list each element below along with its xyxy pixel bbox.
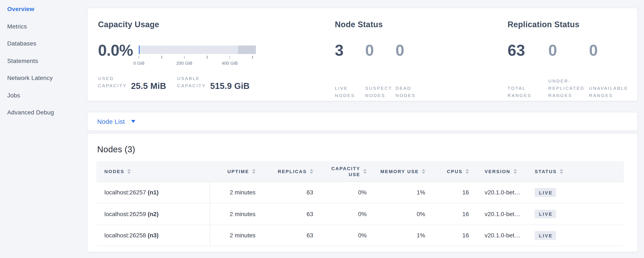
uptime-cell: 2 minutes: [210, 225, 260, 246]
cpus-cell: 16: [430, 203, 473, 225]
column-label: CPUS: [447, 169, 462, 174]
capacity-use-cell: 0%: [317, 225, 370, 246]
sidebar-item[interactable]: Metrics: [0, 18, 85, 35]
column-label: STATUS: [535, 169, 557, 174]
gauge-tick-label: 0 GiB: [133, 60, 144, 66]
capacity-use-cell: 0%: [317, 182, 370, 203]
column-label: REPLICAS: [278, 169, 307, 174]
sidebar-item[interactable]: Databases: [0, 35, 85, 52]
status-cell: LIVE: [529, 225, 624, 246]
status-badge: LIVE: [535, 231, 556, 240]
gauge-tick-label: 200 GiB: [176, 60, 192, 66]
table-row[interactable]: localhost:26259 (n2) 2 minutes 63 0% 0% …: [96, 203, 624, 225]
sidebar-item[interactable]: Jobs: [0, 87, 85, 104]
column-header-status[interactable]: STATUS: [529, 161, 624, 182]
sort-icon[interactable]: [560, 169, 563, 174]
node-status-metric: 3 LIVE NODES: [335, 43, 365, 99]
sidebar-nav: Overview Metrics Databases Statements Ne…: [0, 1, 85, 121]
column-header-uptime[interactable]: UPTIME: [210, 161, 260, 182]
column-label: VERSION: [485, 169, 510, 174]
column-label: NODES: [104, 169, 124, 174]
node-list-dropdown[interactable]: Node List: [87, 112, 638, 131]
metric-value: 3: [335, 43, 365, 59]
column-header-capacity-use[interactable]: CAPACITY USE: [317, 161, 370, 182]
metric-value: 0: [589, 43, 630, 59]
gauge-tick-mark: [207, 56, 207, 59]
nodes-heading: Nodes (3): [97, 145, 638, 154]
gauge-used-fill: [139, 46, 140, 54]
cpus-cell: 16: [430, 225, 473, 246]
column-header-memory-use[interactable]: MEMORY USE: [370, 161, 430, 182]
column-header-cpus[interactable]: CPUS: [430, 161, 473, 182]
capacity-gauge: 0 GiB 200 GiB: [139, 46, 256, 65]
node-address-cell[interactable]: localhost:26257 (n1): [96, 182, 210, 203]
sort-icon[interactable]: [252, 169, 256, 174]
table-header-row: NODES UPTIME REPLICAS CAPACITY USE MEMOR…: [96, 161, 624, 182]
capacity-gauge-axis: 0 GiB 200 GiB: [139, 54, 256, 65]
memory-use-cell: 1%: [370, 182, 430, 203]
column-header-nodes[interactable]: NODES: [96, 161, 210, 182]
gauge-tick-mark: [184, 56, 184, 59]
memory-use-cell: 0%: [370, 203, 430, 225]
node-address-cell[interactable]: localhost:26258 (n3): [96, 225, 210, 246]
sort-icon[interactable]: [310, 169, 313, 174]
node-status-metric: 0 SUSPECT NODES: [365, 43, 396, 99]
sidebar-item[interactable]: Advanced Debug: [0, 104, 85, 121]
uptime-cell: 2 minutes: [210, 203, 260, 225]
version-cell: v20.1.0-bet…: [473, 182, 529, 203]
sort-icon[interactable]: [513, 169, 517, 174]
metric-label: UNAVAILABLE RANGES: [589, 85, 630, 99]
capacity-stat: USABLE CAPACITY 515.9 GiB: [177, 75, 250, 89]
gauge-reserved-segment: [238, 46, 256, 54]
sort-icon[interactable]: [127, 169, 131, 174]
node-id: (n1): [148, 189, 158, 196]
node-address-cell[interactable]: localhost:26259 (n2): [96, 203, 210, 225]
capacity-stat-value: 515.9 GiB: [210, 82, 250, 90]
cpus-cell: 16: [430, 182, 473, 203]
admin-ui-overview-page: Overview Metrics Databases Statements Ne…: [0, 0, 644, 258]
status-cell: LIVE: [529, 182, 624, 203]
column-header-replicas[interactable]: REPLICAS: [260, 161, 317, 182]
metric-label: SUSPECT NODES: [365, 85, 396, 99]
replicas-cell: 63: [260, 182, 317, 203]
node-address: localhost:26258: [104, 232, 146, 239]
column-header-version[interactable]: VERSION: [473, 161, 529, 182]
table-row[interactable]: localhost:26258 (n3) 2 minutes 63 0% 1% …: [96, 225, 624, 246]
chevron-down-icon: [131, 120, 136, 123]
capacity-usage-panel: Capacity Usage 0.0% 0 GiB: [98, 20, 256, 89]
node-status-metrics: 3 LIVE NODES 0 SUSPECT NODES 0 DEAD NODE…: [335, 43, 426, 99]
sort-icon[interactable]: [363, 169, 367, 174]
capacity-stat-value: 25.5 MiB: [131, 82, 166, 90]
sort-icon[interactable]: [422, 169, 425, 174]
gauge-tick: 0 GiB: [126, 56, 152, 66]
column-label: CAPACITY USE: [332, 166, 360, 177]
replication-metric: 0 UNDER- REPLICATED RANGES: [548, 43, 589, 99]
node-status-metric: 0 DEAD NODES: [396, 43, 426, 99]
capacity-usage-title: Capacity Usage: [98, 20, 256, 29]
table-row[interactable]: localhost:26257 (n1) 2 minutes 63 0% 1% …: [96, 182, 624, 203]
sidebar-item[interactable]: Statements: [0, 52, 85, 69]
node-status-panel: Node Status 3 LIVE NODES 0 SUSPECT NODES…: [335, 20, 426, 99]
gauge-tick: 200 GiB: [172, 56, 197, 66]
version-cell: v20.1.0-bet…: [473, 225, 529, 246]
node-status-title: Node Status: [335, 20, 426, 29]
node-list-dropdown-label: Node List: [97, 118, 125, 125]
column-label: UPTIME: [228, 169, 249, 174]
nodes-card: Nodes (3) NODES UPTIME REPLICAS: [87, 133, 638, 252]
replication-metric: 63 TOTAL RANGES: [508, 43, 548, 99]
replication-status-title: Replication Status: [508, 20, 630, 29]
sidebar-item[interactable]: Network Latency: [0, 69, 85, 87]
nodes-table: NODES UPTIME REPLICAS CAPACITY USE MEMOR…: [96, 161, 624, 246]
gauge-tick: [194, 56, 220, 60]
version-cell: v20.1.0-bet…: [473, 203, 529, 225]
memory-use-cell: 1%: [370, 225, 430, 246]
status-badge: LIVE: [535, 209, 556, 218]
replicas-cell: 63: [260, 225, 317, 246]
sidebar-item[interactable]: Overview: [0, 1, 85, 18]
sort-icon[interactable]: [466, 169, 469, 174]
replication-status-panel: Replication Status 63 TOTAL RANGES 0 UND…: [508, 20, 630, 99]
column-label: MEMORY USE: [380, 169, 419, 174]
status-badge: LIVE: [535, 188, 556, 197]
capacity-stat-label: USABLE CAPACITY: [177, 75, 206, 89]
gauge-tick-mark: [138, 56, 139, 59]
